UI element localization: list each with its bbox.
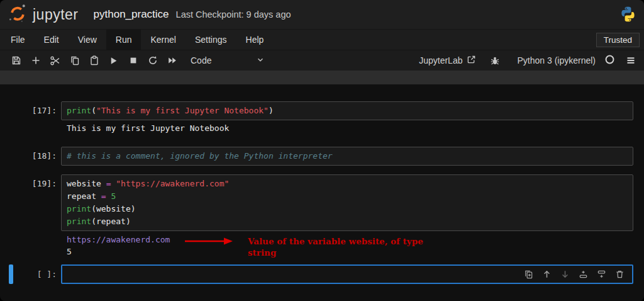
notebook-area: [17]: print("This is my first Jupyter No…	[0, 84, 644, 301]
cell-output: 5	[67, 246, 72, 258]
cell-type-dropdown[interactable]: Code	[191, 55, 265, 66]
menu-help[interactable]: Help	[236, 30, 274, 50]
copy-cells-button[interactable]	[65, 52, 84, 69]
notebook-toolbar: Code JupyterLab	[0, 50, 644, 71]
save-button[interactable]	[6, 52, 26, 69]
insert-below-icon[interactable]	[597, 270, 606, 279]
jupyter-notebook-window: jupyter python_practice Last Checkpoint:…	[0, 0, 644, 301]
kernel-menu-icon[interactable]	[624, 52, 638, 69]
chevron-down-icon	[256, 55, 265, 66]
cell-prompt: [ ]:	[0, 264, 57, 284]
jupyter-logo-icon[interactable]	[8, 4, 27, 25]
cell-prompt: [18]:	[0, 147, 57, 166]
scrolled-cell-remnant	[0, 71, 644, 84]
menu-settings[interactable]: Settings	[186, 30, 236, 50]
run-cell-button[interactable]	[104, 52, 123, 69]
menu-kernel[interactable]: Kernel	[141, 30, 185, 50]
checkpoint-status: Last Checkpoint: 9 days ago	[176, 9, 291, 20]
menu-view[interactable]: View	[69, 30, 106, 50]
debugger-bug-icon[interactable]	[485, 52, 504, 69]
jupyter-wordmark: jupyter	[33, 6, 79, 23]
cell-output: This is my first Jupyter Notebook	[67, 122, 229, 135]
titlebar: jupyter python_practice Last Checkpoint:…	[0, 0, 644, 29]
menu-run[interactable]: Run	[106, 30, 142, 50]
annotation-text: Value of the variable website, of type s…	[248, 236, 424, 258]
cut-cells-button[interactable]	[45, 52, 65, 69]
menu-edit[interactable]: Edit	[35, 30, 69, 50]
duplicate-cell-icon[interactable]	[524, 270, 533, 279]
code-cell-input[interactable]: website = "https://awakenerd.com" repeat…	[61, 174, 633, 231]
cell-prompt: [19]:	[0, 174, 57, 193]
notebook-title[interactable]: python_practice	[94, 8, 169, 21]
delete-cell-icon[interactable]	[615, 270, 625, 279]
restart-run-all-button[interactable]	[162, 52, 182, 69]
annotation-arrow-icon	[184, 237, 234, 247]
paste-cells-button[interactable]	[84, 52, 104, 69]
insert-above-icon[interactable]	[579, 270, 588, 279]
empty-code-cell-input[interactable]	[61, 264, 633, 284]
code-cell-input[interactable]: print("This is my first Jupyter Notebook…	[61, 101, 633, 120]
jupyterlab-label: JupyterLab	[419, 55, 462, 65]
cell-output-url: https://awakenerd.com	[67, 234, 170, 246]
kernel-status-icon	[604, 54, 615, 67]
external-link-icon	[467, 55, 476, 66]
cell-prompt: [17]:	[0, 101, 57, 120]
kernel-name[interactable]: Python 3 (ipykernel)	[517, 55, 596, 65]
restart-kernel-button[interactable]	[143, 52, 162, 69]
python-logo-icon	[619, 6, 636, 25]
menu-file[interactable]: File	[1, 30, 35, 50]
move-down-icon[interactable]	[560, 270, 570, 279]
trusted-button[interactable]: Trusted	[596, 33, 640, 47]
code-cell-input[interactable]: # this is a comment, ignored by the Pyth…	[61, 147, 633, 166]
interrupt-kernel-button[interactable]	[123, 52, 143, 69]
cell-type-value: Code	[191, 55, 211, 65]
open-in-jupyterlab-link[interactable]: JupyterLab	[419, 55, 476, 66]
move-up-icon[interactable]	[542, 270, 552, 279]
menubar: File Edit View Run Kernel Settings Help …	[0, 29, 644, 50]
annotation: Value of the variable website, of type s…	[184, 236, 424, 258]
insert-cell-button[interactable]	[26, 52, 45, 69]
